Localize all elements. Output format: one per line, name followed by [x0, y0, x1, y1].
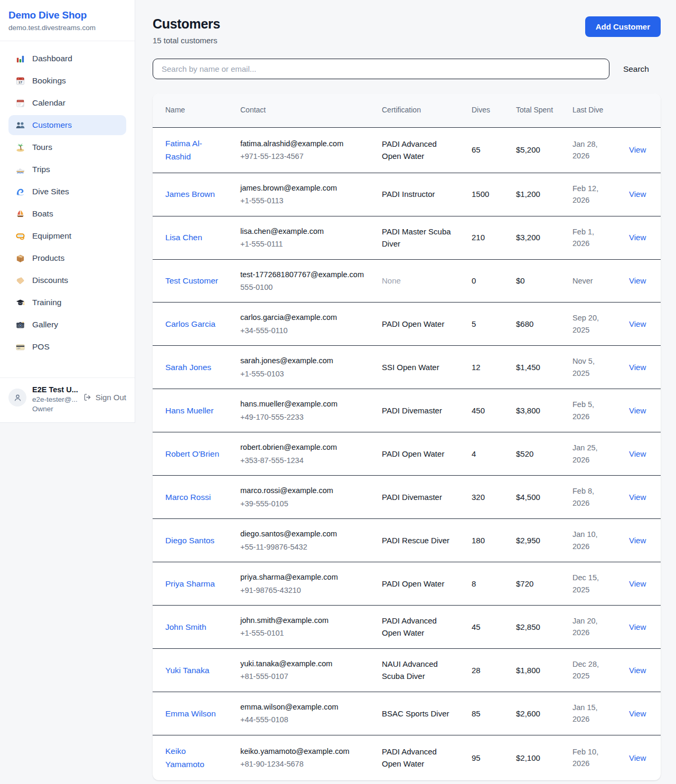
sidebar-item-dashboard[interactable]: Dashboard: [8, 49, 126, 69]
customer-dives: 5: [459, 303, 503, 346]
column-header-total-spent: Total Spent: [503, 93, 560, 127]
customer-dives: 85: [459, 692, 503, 735]
customer-phone: +39-555-0105: [240, 498, 364, 509]
view-link[interactable]: View: [629, 363, 646, 372]
customer-name-link[interactable]: Robert O'Brien: [165, 449, 219, 458]
customer-email: yuki.tanaka@example.com: [240, 658, 364, 669]
tours-icon: [15, 142, 25, 153]
customer-total-spent: $0: [503, 259, 560, 303]
customer-last-dive: Never: [560, 259, 616, 303]
view-link[interactable]: View: [629, 622, 646, 631]
customer-certification: PADI Advanced Open Water: [369, 735, 459, 780]
customer-total-spent: $1,200: [503, 173, 560, 216]
add-customer-button[interactable]: Add Customer: [585, 16, 661, 37]
customer-name-link[interactable]: Hans Mueller: [165, 406, 213, 415]
customer-name-link[interactable]: Yuki Tanaka: [165, 666, 209, 675]
view-link[interactable]: View: [629, 190, 646, 199]
customer-name-link[interactable]: Diego Santos: [165, 536, 214, 545]
customer-certification: PADI Master Scuba Diver: [369, 216, 459, 259]
customer-name-link[interactable]: Marco Rossi: [165, 493, 211, 502]
view-link[interactable]: View: [629, 276, 646, 285]
view-link[interactable]: View: [629, 753, 646, 762]
sidebar-item-boats[interactable]: Boats: [8, 204, 126, 224]
customer-email: fatima.alrashid@example.com: [240, 138, 364, 149]
customer-certification: BSAC Sports Diver: [369, 692, 459, 735]
customer-email: keiko.yamamoto@example.com: [240, 745, 364, 757]
sidebar-item-label: Gallery: [32, 320, 58, 329]
customer-certification: PADI Advanced Open Water: [369, 127, 459, 173]
customer-last-dive: Feb 1, 2026: [560, 216, 616, 259]
sidebar-item-training[interactable]: Training: [8, 292, 126, 313]
customer-total-spent: $720: [503, 562, 560, 606]
sidebar-item-pos[interactable]: POS: [8, 337, 126, 357]
customers-table-card: NameContactCertificationDivesTotal Spent…: [153, 93, 661, 780]
user-role: Owner: [32, 405, 77, 413]
customer-phone: +971-55-123-4567: [240, 150, 364, 162]
sidebar-item-dive-sites[interactable]: Dive Sites: [8, 182, 126, 202]
customer-name-link[interactable]: Sarah Jones: [165, 363, 211, 372]
sidebar-item-equipment[interactable]: Equipment: [8, 226, 126, 246]
table-row: James Brown james.brown@example.com +1-5…: [153, 173, 661, 216]
customer-certification: None: [369, 259, 459, 303]
customer-name-link[interactable]: Lisa Chen: [165, 233, 202, 242]
calendar-icon: [15, 98, 25, 108]
customer-last-dive: Jan 25, 2026: [560, 432, 616, 476]
user-info: E2E Test U... e2e-tester@... Owner: [32, 385, 77, 413]
view-link[interactable]: View: [629, 406, 646, 415]
table-row: Keiko Yamamoto keiko.yamamoto@example.co…: [153, 735, 661, 780]
view-link[interactable]: View: [629, 493, 646, 502]
view-link[interactable]: View: [629, 709, 646, 718]
customer-email: john.smith@example.com: [240, 615, 364, 626]
customer-phone: +81-555-0107: [240, 670, 364, 682]
sidebar-item-customers[interactable]: Customers: [8, 115, 126, 135]
customer-name-link[interactable]: James Brown: [165, 190, 215, 199]
sign-out-button[interactable]: Sign Out: [83, 393, 126, 402]
column-header-dives: Dives: [459, 93, 503, 127]
customer-phone: +353-87-555-1234: [240, 455, 364, 466]
sidebar-item-discounts[interactable]: Discounts: [8, 270, 126, 290]
customer-name-link[interactable]: Carlos Garcia: [165, 319, 215, 328]
sidebar-item-tours[interactable]: Tours: [8, 137, 126, 157]
sidebar-item-trips[interactable]: Trips: [8, 159, 126, 180]
customer-certification: PADI Divemaster: [369, 389, 459, 432]
customer-contact: priya.sharma@example.com +91-98765-43210: [228, 562, 369, 606]
customer-total-spent: $2,100: [503, 735, 560, 780]
sidebar-item-bookings[interactable]: 17 Bookings: [8, 71, 126, 91]
customer-name-link[interactable]: Fatima Al-Rashid: [165, 139, 202, 162]
customer-name-link[interactable]: Test Customer: [165, 276, 218, 285]
sidebar-item-label: Tours: [32, 143, 52, 152]
search-button[interactable]: Search: [623, 64, 649, 74]
customer-last-dive: Sep 20, 2025: [560, 303, 616, 346]
sidebar-item-calendar[interactable]: Calendar: [8, 93, 126, 113]
sidebar-item-label: Dashboard: [32, 54, 72, 63]
sidebar-item-products[interactable]: Products: [8, 248, 126, 268]
customer-dives: 4: [459, 432, 503, 476]
avatar: [8, 389, 26, 407]
view-link[interactable]: View: [629, 145, 646, 154]
sidebar-item-label: Calendar: [32, 98, 65, 108]
customer-contact: emma.wilson@example.com +44-555-0108: [228, 692, 369, 735]
customer-name-link[interactable]: Priya Sharma: [165, 579, 215, 588]
view-link[interactable]: View: [629, 449, 646, 458]
customer-name-link[interactable]: Keiko Yamamoto: [165, 747, 204, 769]
trips-icon: [15, 164, 25, 175]
sidebar: Demo Dive Shop demo.test.divestreams.com…: [0, 0, 135, 423]
view-link[interactable]: View: [629, 233, 646, 242]
view-link[interactable]: View: [629, 319, 646, 328]
view-link[interactable]: View: [629, 579, 646, 588]
customer-last-dive: Jan 20, 2026: [560, 606, 616, 649]
search-input[interactable]: [153, 59, 609, 79]
customer-email: hans.mueller@example.com: [240, 398, 364, 410]
view-link[interactable]: View: [629, 536, 646, 545]
table-row: Marco Rossi marco.rossi@example.com +39-…: [153, 476, 661, 519]
customer-email: marco.rossi@example.com: [240, 485, 364, 496]
table-row: Test Customer test-1772681807767@example…: [153, 259, 661, 303]
customer-last-dive: Jan 10, 2026: [560, 519, 616, 562]
sidebar-item-gallery[interactable]: Gallery: [8, 315, 126, 335]
shop-domain: demo.test.divestreams.com: [8, 24, 126, 32]
customer-name-link[interactable]: Emma Wilson: [165, 709, 216, 718]
customer-name-link[interactable]: John Smith: [165, 622, 206, 631]
customer-phone: +1-555-0101: [240, 627, 364, 639]
view-link[interactable]: View: [629, 666, 646, 675]
svg-text:17: 17: [18, 80, 22, 84]
